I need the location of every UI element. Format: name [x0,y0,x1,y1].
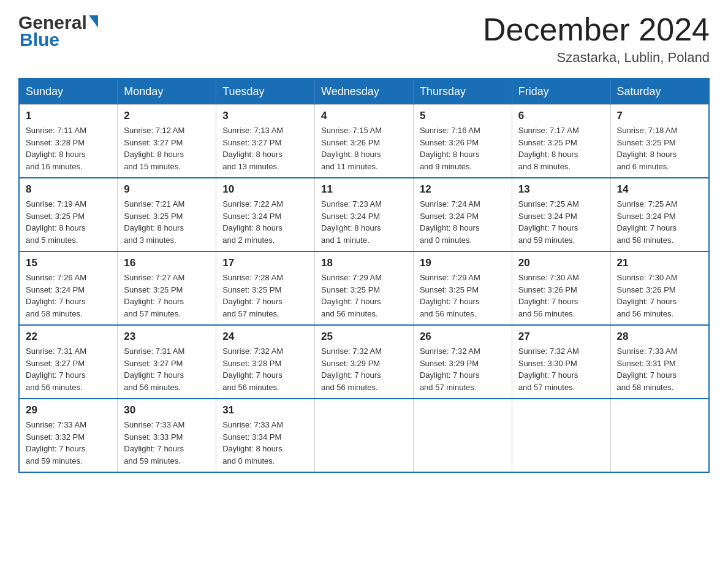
day-number: 12 [420,183,506,196]
day-number: 18 [321,257,407,269]
calendar-cell: 5Sunrise: 7:16 AMSunset: 3:26 PMDaylight… [413,105,512,178]
month-title: December 2024 [483,12,710,47]
calendar-cell [610,399,709,472]
day-number: 7 [617,110,702,122]
calendar-cell: 23Sunrise: 7:31 AMSunset: 3:27 PMDayligh… [118,325,216,399]
day-number: 6 [518,110,604,122]
calendar-cell: 9Sunrise: 7:21 AMSunset: 3:25 PMDaylight… [118,178,216,251]
header-wednesday: Wednesday [315,79,414,105]
day-number: 17 [222,257,308,269]
day-info: Sunrise: 7:25 AMSunset: 3:24 PMDaylight:… [518,198,604,246]
logo: General Blue [18,12,98,50]
calendar-cell: 16Sunrise: 7:27 AMSunset: 3:25 PMDayligh… [118,251,216,325]
day-number: 4 [321,110,407,122]
day-info: Sunrise: 7:21 AMSunset: 3:25 PMDaylight:… [124,198,210,246]
calendar-cell: 14Sunrise: 7:25 AMSunset: 3:24 PMDayligh… [610,178,709,251]
day-number: 11 [321,183,407,196]
header-saturday: Saturday [610,79,709,105]
day-number: 3 [222,110,308,122]
calendar-cell: 31Sunrise: 7:33 AMSunset: 3:34 PMDayligh… [216,399,315,472]
calendar-cell: 27Sunrise: 7:32 AMSunset: 3:30 PMDayligh… [512,325,610,399]
day-info: Sunrise: 7:22 AMSunset: 3:24 PMDaylight:… [222,198,308,246]
calendar-week-row: 8Sunrise: 7:19 AMSunset: 3:25 PMDaylight… [19,178,709,251]
calendar-cell: 4Sunrise: 7:15 AMSunset: 3:26 PMDaylight… [315,105,414,178]
day-info: Sunrise: 7:33 AMSunset: 3:33 PMDaylight:… [124,419,210,467]
calendar-cell: 29Sunrise: 7:33 AMSunset: 3:32 PMDayligh… [19,399,118,472]
calendar-cell: 28Sunrise: 7:33 AMSunset: 3:31 PMDayligh… [610,325,709,399]
title-section: December 2024 Szastarka, Lublin, Poland [483,12,710,66]
calendar-cell: 22Sunrise: 7:31 AMSunset: 3:27 PMDayligh… [19,325,118,399]
day-number: 13 [518,183,604,196]
calendar-cell: 6Sunrise: 7:17 AMSunset: 3:25 PMDaylight… [512,105,610,178]
header-thursday: Thursday [413,79,512,105]
calendar-cell: 30Sunrise: 7:33 AMSunset: 3:33 PMDayligh… [118,399,216,472]
calendar-cell: 8Sunrise: 7:19 AMSunset: 3:25 PMDaylight… [19,178,118,251]
day-info: Sunrise: 7:31 AMSunset: 3:27 PMDaylight:… [124,345,210,393]
day-info: Sunrise: 7:23 AMSunset: 3:24 PMDaylight:… [321,198,407,246]
header-sunday: Sunday [19,79,118,105]
day-info: Sunrise: 7:24 AMSunset: 3:24 PMDaylight:… [420,198,506,246]
calendar-cell: 15Sunrise: 7:26 AMSunset: 3:24 PMDayligh… [19,251,118,325]
day-number: 28 [617,331,702,343]
calendar-cell: 1Sunrise: 7:11 AMSunset: 3:28 PMDaylight… [19,105,118,178]
day-info: Sunrise: 7:29 AMSunset: 3:25 PMDaylight:… [321,272,407,320]
day-number: 21 [617,257,702,269]
calendar-cell: 20Sunrise: 7:30 AMSunset: 3:26 PMDayligh… [512,251,610,325]
day-number: 8 [26,183,111,196]
day-number: 24 [222,331,308,343]
day-number: 27 [518,331,604,343]
calendar-cell: 11Sunrise: 7:23 AMSunset: 3:24 PMDayligh… [315,178,414,251]
day-number: 19 [420,257,506,269]
calendar-cell: 3Sunrise: 7:13 AMSunset: 3:27 PMDaylight… [216,105,315,178]
day-number: 14 [617,183,702,196]
day-info: Sunrise: 7:26 AMSunset: 3:24 PMDaylight:… [26,272,111,320]
day-number: 22 [26,331,111,343]
day-info: Sunrise: 7:33 AMSunset: 3:32 PMDaylight:… [26,419,111,467]
day-info: Sunrise: 7:13 AMSunset: 3:27 PMDaylight:… [222,124,308,172]
day-info: Sunrise: 7:28 AMSunset: 3:25 PMDaylight:… [222,272,308,320]
day-info: Sunrise: 7:33 AMSunset: 3:34 PMDaylight:… [222,419,308,467]
page-header: General Blue December 2024 Szastarka, Lu… [18,12,710,66]
calendar-week-row: 29Sunrise: 7:33 AMSunset: 3:32 PMDayligh… [19,399,709,472]
calendar-cell: 12Sunrise: 7:24 AMSunset: 3:24 PMDayligh… [413,178,512,251]
day-number: 20 [518,257,604,269]
day-number: 16 [124,257,210,269]
calendar-week-row: 1Sunrise: 7:11 AMSunset: 3:28 PMDaylight… [19,105,709,178]
day-number: 15 [26,257,111,269]
day-info: Sunrise: 7:19 AMSunset: 3:25 PMDaylight:… [26,198,111,246]
day-info: Sunrise: 7:32 AMSunset: 3:29 PMDaylight:… [420,345,506,393]
day-number: 5 [420,110,506,122]
calendar-cell: 21Sunrise: 7:30 AMSunset: 3:26 PMDayligh… [610,251,709,325]
logo-triangle-icon [89,15,98,28]
calendar-cell: 18Sunrise: 7:29 AMSunset: 3:25 PMDayligh… [315,251,414,325]
header-monday: Monday [118,79,216,105]
header-friday: Friday [512,79,610,105]
calendar-header-row: SundayMondayTuesdayWednesdayThursdayFrid… [19,79,709,105]
day-number: 2 [124,110,210,122]
calendar-table: SundayMondayTuesdayWednesdayThursdayFrid… [18,78,710,473]
day-info: Sunrise: 7:30 AMSunset: 3:26 PMDaylight:… [617,272,702,320]
calendar-cell: 2Sunrise: 7:12 AMSunset: 3:27 PMDaylight… [118,105,216,178]
day-info: Sunrise: 7:29 AMSunset: 3:25 PMDaylight:… [420,272,506,320]
calendar-week-row: 15Sunrise: 7:26 AMSunset: 3:24 PMDayligh… [19,251,709,325]
day-info: Sunrise: 7:32 AMSunset: 3:29 PMDaylight:… [321,345,407,393]
day-number: 31 [222,404,308,416]
calendar-cell [413,399,512,472]
calendar-cell: 10Sunrise: 7:22 AMSunset: 3:24 PMDayligh… [216,178,315,251]
day-info: Sunrise: 7:31 AMSunset: 3:27 PMDaylight:… [26,345,111,393]
day-number: 29 [26,404,111,416]
calendar-cell: 7Sunrise: 7:18 AMSunset: 3:25 PMDaylight… [610,105,709,178]
calendar-cell [315,399,414,472]
day-number: 10 [222,183,308,196]
location-text: Szastarka, Lublin, Poland [483,50,710,66]
day-info: Sunrise: 7:27 AMSunset: 3:25 PMDaylight:… [124,272,210,320]
day-number: 30 [124,404,210,416]
day-info: Sunrise: 7:11 AMSunset: 3:28 PMDaylight:… [26,124,111,172]
logo-blue-text: Blue [18,29,98,50]
calendar-cell: 25Sunrise: 7:32 AMSunset: 3:29 PMDayligh… [315,325,414,399]
calendar-cell [512,399,610,472]
day-info: Sunrise: 7:33 AMSunset: 3:31 PMDaylight:… [617,345,702,393]
calendar-cell: 19Sunrise: 7:29 AMSunset: 3:25 PMDayligh… [413,251,512,325]
calendar-cell: 17Sunrise: 7:28 AMSunset: 3:25 PMDayligh… [216,251,315,325]
calendar-cell: 26Sunrise: 7:32 AMSunset: 3:29 PMDayligh… [413,325,512,399]
